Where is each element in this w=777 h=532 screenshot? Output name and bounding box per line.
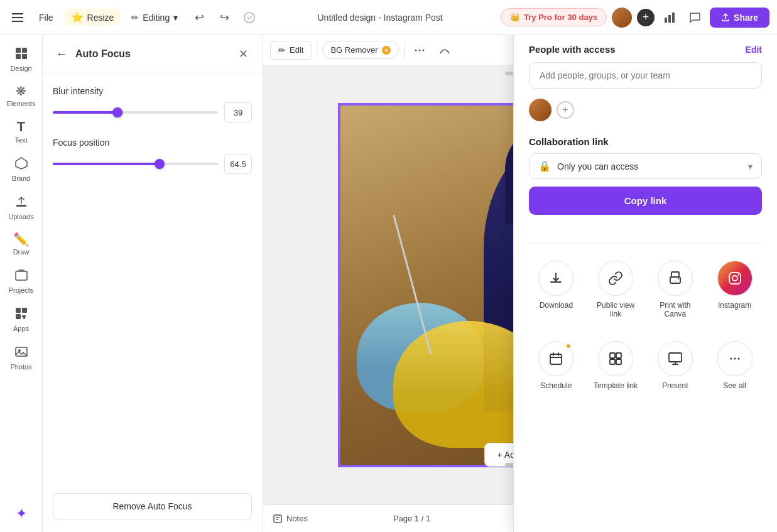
sidebar-item-photos[interactable]: Photos xyxy=(0,339,42,377)
sidebar-item-projects[interactable]: Projects xyxy=(0,262,42,300)
share-options-grid: Download Public view link Print with Can… xyxy=(529,256,762,323)
projects-label: Projects xyxy=(9,286,34,294)
add-account-button[interactable]: + xyxy=(637,9,655,26)
focus-position-slider[interactable] xyxy=(53,158,218,170)
svg-rect-36 xyxy=(610,353,615,358)
elements-label: Elements xyxy=(7,100,36,107)
share-button[interactable]: Share xyxy=(710,8,769,28)
instagram-option[interactable]: Instagram xyxy=(707,256,762,323)
template-icon xyxy=(598,341,633,376)
access-edit-button[interactable]: Edit xyxy=(746,45,762,55)
print-label: Print with Canva xyxy=(651,301,700,318)
auto-focus-panel: ← Auto Focus ✕ Blur intensity 39 Fo xyxy=(43,35,263,532)
slider-thumb[interactable] xyxy=(112,107,122,117)
svg-rect-1 xyxy=(665,18,667,23)
document-title[interactable]: Untitled design - Instagram Post xyxy=(264,13,496,23)
undo-button[interactable]: ↩ xyxy=(189,8,209,28)
try-pro-button[interactable]: 👑 Try Pro for 30 days xyxy=(501,8,607,26)
add-people-input[interactable] xyxy=(529,62,762,89)
sidebar-item-brand[interactable]: Brand xyxy=(0,150,42,188)
svg-rect-22 xyxy=(274,515,281,523)
copy-link-button[interactable]: Copy link xyxy=(529,187,762,215)
sidebar-item-magic[interactable]: ✦ xyxy=(0,501,42,527)
curve-button[interactable] xyxy=(435,40,455,60)
page-indicator: Page 1 / 1 xyxy=(393,514,430,523)
template-link-label: Template link xyxy=(594,381,638,390)
sidebar-item-draw[interactable]: ✏️ Draw xyxy=(0,227,42,262)
slider-thumb-2[interactable] xyxy=(155,159,165,169)
edit-button[interactable]: ✏ Edit xyxy=(270,41,312,60)
bg-remover-badge xyxy=(382,46,391,55)
resize-button[interactable]: ⭐ Resize xyxy=(65,9,121,26)
brand-icon xyxy=(14,156,28,172)
bg-remover-button[interactable]: BG Remover xyxy=(322,41,398,59)
topbar: File ⭐ Resize ✏ Editing ▾ ↩ ↪ Untitled d… xyxy=(0,0,777,35)
blur-intensity-value[interactable]: 39 xyxy=(224,102,252,122)
panel-close-button[interactable]: ✕ xyxy=(234,45,252,63)
avatar[interactable] xyxy=(612,8,632,28)
sidebar-item-apps[interactable]: Apps xyxy=(0,300,42,339)
download-icon xyxy=(538,261,573,296)
photos-icon xyxy=(14,345,28,361)
present-option[interactable]: Present xyxy=(648,336,703,395)
left-sidebar: Design ❋ Elements T Text Brand Uploads ✏… xyxy=(0,35,43,532)
analytics-button[interactable] xyxy=(660,8,680,28)
svg-point-41 xyxy=(730,358,732,360)
panel-title: Auto Focus xyxy=(75,48,229,60)
svg-rect-6 xyxy=(16,54,21,59)
link-icon xyxy=(598,261,633,296)
save-button[interactable] xyxy=(239,8,259,28)
people-access-row: People with access Edit xyxy=(529,44,762,55)
sidebar-item-text[interactable]: T Text xyxy=(0,114,42,150)
svg-rect-28 xyxy=(671,272,679,277)
slider-fill xyxy=(53,111,117,114)
apps-icon xyxy=(14,307,28,322)
access-dropdown[interactable]: 🔒 Only you can access ▾ xyxy=(529,153,762,179)
svg-rect-37 xyxy=(616,353,621,358)
print-option[interactable]: Print with Canva xyxy=(648,256,703,323)
blur-intensity-slider[interactable] xyxy=(53,106,218,119)
magic-icon: ✦ xyxy=(16,507,27,521)
remove-auto-focus-button[interactable]: Remove Auto Focus xyxy=(53,493,252,519)
sidebar-item-elements[interactable]: ❋ Elements xyxy=(0,79,42,114)
menu-button[interactable] xyxy=(410,40,430,60)
edit-icon: ✏ xyxy=(278,45,286,55)
schedule-option[interactable]: Schedule xyxy=(529,336,584,395)
print-icon xyxy=(658,261,693,296)
svg-point-20 xyxy=(422,49,424,51)
svg-point-33 xyxy=(732,276,737,281)
notes-label: Notes xyxy=(286,514,308,523)
share-options-divider xyxy=(529,242,762,243)
panel-header: ← Auto Focus ✕ xyxy=(43,35,262,73)
svg-rect-35 xyxy=(550,354,562,364)
download-option[interactable]: Download xyxy=(529,256,584,323)
blur-intensity-group: Blur intensity 39 xyxy=(53,86,252,122)
hamburger-button[interactable] xyxy=(8,8,28,28)
toolbar-separator-2 xyxy=(404,43,405,58)
svg-rect-2 xyxy=(668,15,671,23)
public-view-option[interactable]: Public view link xyxy=(589,256,643,323)
add-user-button[interactable]: + xyxy=(557,101,574,119)
edit-label: Edit xyxy=(290,45,303,55)
elements-icon: ❋ xyxy=(16,85,26,97)
panel-back-button[interactable]: ← xyxy=(53,45,70,63)
file-button[interactable]: File xyxy=(33,10,60,25)
comments-button[interactable] xyxy=(685,8,705,28)
access-text: Only you can access xyxy=(557,161,742,171)
text-icon: T xyxy=(17,120,25,134)
instagram-label: Instagram xyxy=(718,301,751,310)
svg-rect-15 xyxy=(22,315,26,317)
see-all-option[interactable]: See all xyxy=(707,336,762,395)
design-icon xyxy=(14,46,28,62)
sidebar-item-uploads[interactable]: Uploads xyxy=(0,188,42,227)
main-layout: Design ❋ Elements T Text Brand Uploads ✏… xyxy=(0,35,777,532)
sidebar-item-design[interactable]: Design xyxy=(0,40,42,79)
slider-fill-2 xyxy=(53,163,160,165)
focus-position-value[interactable]: 64.5 xyxy=(224,154,252,174)
uploads-label: Uploads xyxy=(8,213,33,220)
notes-button[interactable]: Notes xyxy=(273,514,308,524)
editing-button[interactable]: ✏ Editing ▾ xyxy=(125,10,184,25)
template-link-option[interactable]: Template link xyxy=(589,336,643,395)
redo-button[interactable]: ↪ xyxy=(214,8,234,28)
try-pro-label: Try Pro for 30 days xyxy=(524,13,597,22)
